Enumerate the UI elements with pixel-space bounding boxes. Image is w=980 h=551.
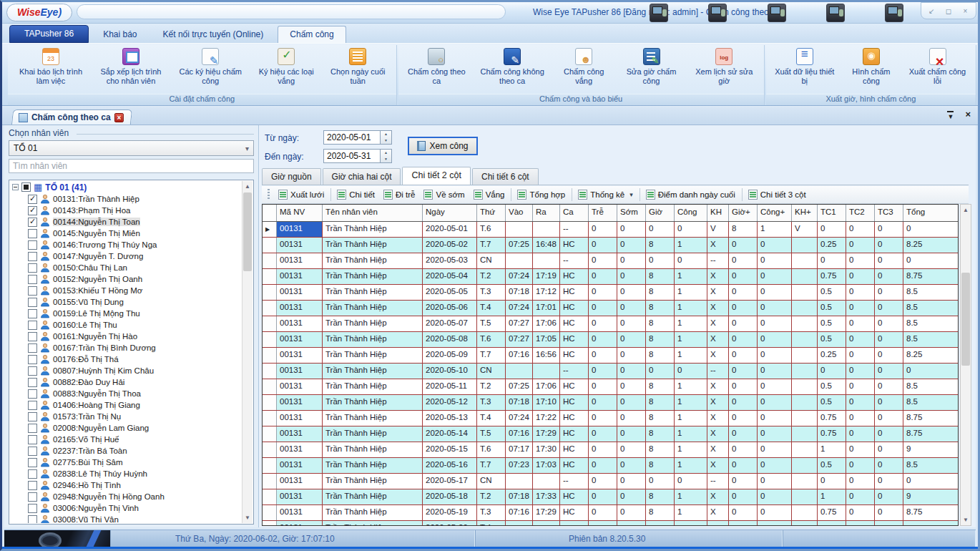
grid-cell[interactable]: 0.75 (818, 269, 846, 284)
grid-cell[interactable]: 2020-05-11 (423, 379, 477, 394)
grid-cell[interactable]: X (707, 379, 729, 394)
grid-cell[interactable]: 0 (729, 348, 758, 363)
grid-cell[interactable]: 0 (729, 316, 758, 331)
grid-cell[interactable]: 8 (646, 301, 675, 316)
employee-checkbox[interactable] (28, 275, 37, 284)
grid-cell[interactable]: Trần Thành Hiệp (323, 222, 423, 237)
grid-cell[interactable]: 0 (617, 253, 646, 268)
grid-cell[interactable]: 8.75 (903, 426, 958, 442)
grid-cell[interactable]: 1 (675, 348, 707, 363)
grid-cell[interactable] (792, 426, 818, 442)
grid-cell[interactable]: X (707, 238, 729, 253)
toolbar-button[interactable]: Chi tiết (333, 188, 379, 201)
employee-checkbox[interactable] (28, 504, 37, 513)
grid-cell[interactable] (617, 521, 646, 526)
grid-cell[interactable]: 0 (589, 379, 617, 394)
table-row[interactable]: 00131Trần Thành Hiệp2020-05-19T.307:1617… (263, 505, 958, 521)
grid-cell[interactable]: 0 (589, 316, 617, 331)
scroll-thumb[interactable] (961, 273, 970, 366)
grid-cell[interactable] (792, 521, 818, 526)
grid-cell[interactable]: 2020-05-15 (423, 442, 477, 457)
grid-cell[interactable]: 0 (846, 505, 875, 520)
ribbon-button[interactable]: Sửa giờ chấm công (615, 47, 687, 87)
table-row[interactable]: 00131Trần Thành Hiệp2020-05-14T.507:1617… (263, 426, 958, 442)
grid-cell[interactable]: 0 (875, 348, 903, 363)
grid-cell[interactable]: T.7 (477, 238, 506, 253)
table-row[interactable]: 00131Trần Thành Hiệp2020-05-07T.507:2717… (263, 316, 958, 332)
grid-cell[interactable]: 00131 (277, 222, 323, 237)
grid-cell[interactable]: 2020-05-18 (423, 489, 477, 504)
grid-cell[interactable]: 8 (646, 395, 675, 410)
grid-cell[interactable]: 00131 (277, 301, 323, 316)
grid-cell[interactable]: -- (560, 253, 589, 268)
grid-cell[interactable]: 0 (846, 395, 875, 410)
grid-cell[interactable]: Trần Thành Hiệp (323, 316, 423, 331)
grid-cell[interactable]: 07:16 (506, 348, 533, 363)
grid-cell[interactable]: 00131 (277, 379, 323, 394)
employee-checkbox[interactable] (28, 321, 37, 330)
tree-item-employee[interactable]: 00150:Châu Thị Lan (11, 262, 242, 273)
grid-cell[interactable]: 0 (617, 301, 646, 316)
tree-item-employee[interactable]: 00131:Trần Thành Hiệp (11, 193, 242, 205)
grid-cell[interactable]: 00131 (277, 489, 323, 504)
column-header[interactable]: TC1 (818, 205, 846, 221)
grid-cell[interactable]: 0 (589, 269, 617, 284)
grid-cell[interactable]: 0 (617, 442, 646, 457)
grid-cell[interactable] (792, 364, 818, 379)
grid-cell[interactable]: X (707, 301, 729, 316)
tree-item-employee[interactable]: 00176:Đỗ Thị Thá (11, 353, 242, 365)
grid-cell[interactable]: 8 (646, 348, 675, 363)
toolbar-button[interactable]: Vắng (469, 188, 512, 201)
ribbon-button[interactable]: Các ký hiệu chấm công (171, 47, 250, 87)
grid-cell[interactable]: 07:23 (506, 458, 533, 473)
grid-cell[interactable]: 0 (875, 301, 903, 316)
grid-cell[interactable]: 00131 (277, 285, 323, 300)
grid-cell[interactable]: 2020-05-13 (423, 411, 477, 426)
grid-cell[interactable]: 0 (758, 285, 792, 300)
grid-cell[interactable]: Trần Thành Hiệp (323, 411, 423, 426)
table-row[interactable]: 00131Trần Thành Hiệp2020-05-05T.307:1817… (263, 285, 958, 301)
grid-cell[interactable]: 8.25 (903, 238, 958, 253)
grid-cell[interactable]: HC (560, 505, 589, 520)
grid-cell[interactable]: 0 (846, 316, 875, 331)
grid-cell[interactable]: HC (560, 458, 589, 473)
tree-item-employee[interactable]: 00160:Lê Thị Thu (11, 319, 242, 331)
grid-cell[interactable] (506, 253, 533, 268)
grid-cell[interactable] (506, 364, 533, 379)
scroll-up-icon[interactable]: ▲ (961, 205, 971, 215)
grid-cell[interactable]: 0 (617, 269, 646, 284)
grid-cell[interactable]: 0 (729, 411, 758, 426)
tree-item-employee[interactable]: 00144:Nguyễn Thị Toan (11, 216, 242, 228)
grid-cell[interactable]: 00131 (277, 505, 323, 520)
grid-cell[interactable] (792, 474, 818, 489)
tree-item-employee[interactable]: 02008:Nguyễn Lam Giang (11, 422, 242, 434)
grid-cell[interactable]: 16:48 (533, 238, 560, 253)
grid-cell[interactable]: 8.5 (903, 458, 958, 473)
grid-cell[interactable]: 0 (846, 269, 875, 284)
grid-cell[interactable]: X (707, 458, 729, 473)
grid-cell[interactable]: T.3 (477, 285, 506, 300)
table-row[interactable]: 00131Trần Thành Hiệp2020-05-11T.207:2517… (263, 379, 958, 395)
view-tab[interactable]: Giờ chia hai cột (323, 168, 401, 185)
employee-checkbox[interactable] (28, 218, 37, 227)
grid-cell[interactable]: 0 (758, 474, 792, 489)
grid-cell[interactable] (560, 521, 589, 526)
grid-cell[interactable]: -- (707, 474, 729, 489)
grid-cell[interactable]: 0 (875, 364, 903, 379)
grid-cell[interactable]: 1 (675, 332, 707, 347)
grid-cell[interactable]: 0 (758, 332, 792, 347)
grid-cell[interactable]: 8 (646, 505, 675, 520)
root-checkbox[interactable] (21, 182, 31, 192)
grid-cell[interactable]: 0 (617, 316, 646, 331)
column-header[interactable]: Mã NV (277, 205, 323, 221)
grid-cell[interactable]: 0 (846, 442, 875, 457)
employee-checkbox[interactable] (28, 240, 37, 250)
table-row[interactable]: 00131Trần Thành Hiệp2020-05-16T.707:2317… (263, 458, 958, 474)
employee-checkbox[interactable] (28, 195, 37, 204)
grid-cell[interactable]: 0 (758, 458, 792, 473)
to-date-spinner[interactable]: ▲▼ (381, 149, 392, 163)
grid-cell[interactable]: 0 (589, 348, 617, 363)
column-header[interactable]: Tên nhân viên (323, 205, 423, 221)
grid-cell[interactable]: 17:03 (533, 458, 560, 473)
grid-cell[interactable]: 0 (617, 489, 646, 504)
